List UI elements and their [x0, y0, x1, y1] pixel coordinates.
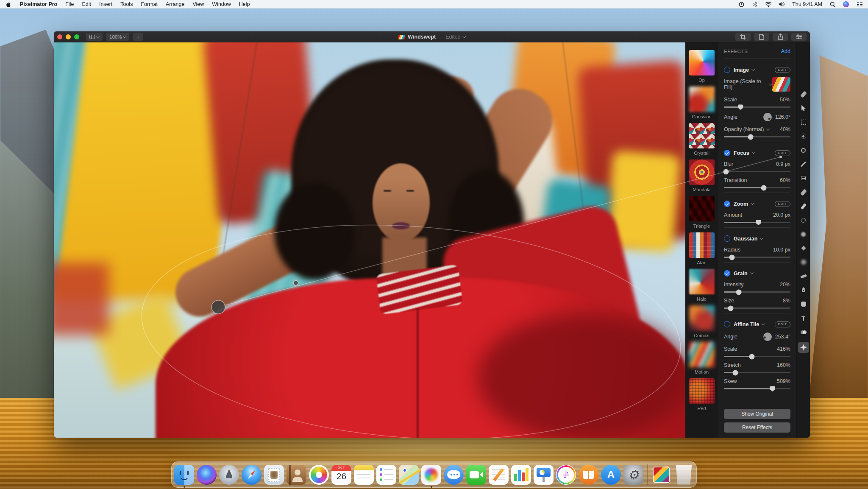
- dock-system-preferences[interactable]: ⚙: [623, 465, 643, 485]
- zoom-effect-checkbox[interactable]: [724, 201, 730, 207]
- canvas-size-button[interactable]: [754, 33, 769, 41]
- fullscreen-button[interactable]: [74, 34, 79, 39]
- menu-arrange[interactable]: Arrange: [166, 1, 184, 7]
- slider-thumb[interactable]: [770, 386, 775, 391]
- dock-safari[interactable]: [242, 465, 262, 485]
- preset-crystallize[interactable]: Crystall: [689, 123, 715, 156]
- amount-slider[interactable]: [724, 222, 790, 223]
- color-adjustments-tool[interactable]: [798, 328, 809, 336]
- paint-tool[interactable]: [798, 160, 809, 168]
- dock-launchpad[interactable]: [219, 465, 239, 485]
- dock-pixelmator-pro[interactable]: [421, 465, 441, 485]
- preset-op[interactable]: Op: [689, 50, 715, 83]
- crop-button[interactable]: [735, 33, 751, 41]
- slider-thumb[interactable]: [761, 185, 767, 190]
- minimize-button[interactable]: [66, 34, 71, 39]
- preset-triangle[interactable]: Triangle: [689, 196, 715, 229]
- dock-keynote[interactable]: [534, 465, 554, 485]
- dock-ibooks[interactable]: [579, 465, 598, 485]
- effects-tool[interactable]: [798, 342, 809, 353]
- menu-file[interactable]: File: [65, 1, 74, 7]
- apple-menu-icon[interactable]: [5, 1, 12, 8]
- fill-tool[interactable]: [798, 174, 809, 182]
- affine-angle-dial[interactable]: [763, 333, 772, 341]
- clone-tool[interactable]: [798, 216, 809, 224]
- slider-thumb[interactable]: [748, 134, 753, 140]
- volume-icon[interactable]: [779, 1, 785, 8]
- size-slider[interactable]: [724, 307, 790, 309]
- spotlight-search-icon[interactable]: [829, 1, 836, 8]
- preset-gaussian[interactable]: Gaussian: [689, 87, 715, 119]
- bluetooth-icon[interactable]: [751, 1, 758, 8]
- dock-finder[interactable]: [174, 465, 194, 485]
- image-effect-checkbox[interactable]: [724, 67, 730, 73]
- preset-red[interactable]: Red: [689, 378, 715, 411]
- dock-messages[interactable]: [444, 465, 464, 485]
- slider-thumb[interactable]: [728, 305, 733, 311]
- chevron-down-icon[interactable]: [762, 322, 765, 325]
- affine-tile-effect-checkbox[interactable]: [724, 321, 730, 327]
- quick-select-tool[interactable]: [798, 132, 809, 140]
- preset-halo[interactable]: Halo: [689, 269, 715, 302]
- notification-center-icon[interactable]: [856, 1, 863, 8]
- preset-comics[interactable]: Comics: [689, 305, 715, 338]
- menu-clock[interactable]: Thu 9:41 AM: [792, 1, 822, 7]
- menu-window[interactable]: Window: [212, 1, 231, 7]
- slider-thumb[interactable]: [732, 370, 738, 375]
- close-button[interactable]: [57, 34, 62, 39]
- opacity-slider[interactable]: [724, 136, 790, 137]
- eraser-tool[interactable]: [798, 188, 809, 196]
- dock-notes[interactable]: [354, 465, 374, 485]
- dock-pages[interactable]: [489, 465, 509, 485]
- time-machine-icon[interactable]: [738, 1, 745, 8]
- soften-tool[interactable]: [798, 258, 809, 266]
- menu-app-name[interactable]: Pixelmator Pro: [20, 1, 57, 7]
- heal-tool[interactable]: [798, 202, 809, 210]
- slider-thumb[interactable]: [723, 169, 729, 174]
- chevron-down-icon[interactable]: [751, 201, 754, 205]
- dock-reminders[interactable]: [376, 465, 396, 485]
- siri-icon[interactable]: [843, 1, 849, 8]
- skew-slider[interactable]: [724, 388, 790, 389]
- zoom-level-button[interactable]: 100%: [106, 33, 129, 41]
- slider-thumb[interactable]: [729, 254, 734, 260]
- chevron-down-icon[interactable]: [750, 271, 753, 274]
- image-source-row[interactable]: Image (Scale to Fill): [724, 77, 790, 92]
- pen-tool[interactable]: [798, 286, 809, 294]
- focus-effect-checkbox[interactable]: [724, 150, 730, 156]
- affine-edit-button[interactable]: EDIT: [775, 321, 790, 327]
- dock-facetime[interactable]: [466, 465, 486, 485]
- menu-help[interactable]: Help: [239, 1, 250, 7]
- chevron-down-icon[interactable]: [766, 127, 770, 130]
- dock-app-store[interactable]: A: [601, 465, 621, 485]
- slider-thumb[interactable]: [738, 104, 743, 110]
- dock-photos[interactable]: [309, 465, 329, 485]
- smudge-tool[interactable]: [798, 272, 809, 280]
- menu-format[interactable]: Format: [141, 1, 158, 7]
- reset-effects-button[interactable]: Reset Effects: [724, 422, 790, 433]
- zoom-edit-button[interactable]: EDIT: [775, 201, 790, 207]
- view-options-button[interactable]: [86, 33, 103, 41]
- slider-thumb[interactable]: [736, 289, 741, 295]
- image-source-thumbnail[interactable]: [772, 77, 790, 92]
- add-effect-button[interactable]: Add: [781, 48, 790, 54]
- sharpen-tool[interactable]: [798, 244, 809, 252]
- share-button[interactable]: [773, 33, 788, 41]
- show-original-button[interactable]: Show Original: [724, 409, 790, 419]
- blur-slider[interactable]: [724, 171, 790, 172]
- image-edit-button[interactable]: EDIT: [775, 67, 790, 73]
- chevron-down-icon[interactable]: [760, 236, 763, 240]
- sliders-settings-button[interactable]: [791, 33, 807, 41]
- dock-contacts[interactable]: [287, 465, 306, 485]
- transition-slider[interactable]: [724, 187, 790, 188]
- document-edited-label[interactable]: — Edited: [439, 34, 465, 40]
- canvas[interactable]: [54, 42, 685, 438]
- dock-siri[interactable]: [197, 465, 217, 485]
- blur-tool[interactable]: [798, 230, 809, 238]
- slider-thumb[interactable]: [756, 220, 761, 225]
- menu-edit[interactable]: Edit: [82, 1, 91, 7]
- window-titlebar[interactable]: 100% + Windswept — Edited: [54, 31, 810, 42]
- dock-itunes[interactable]: ♪: [556, 465, 576, 485]
- dock-calendar[interactable]: OCT 26: [331, 465, 351, 485]
- affine-scale-slider[interactable]: [724, 356, 790, 357]
